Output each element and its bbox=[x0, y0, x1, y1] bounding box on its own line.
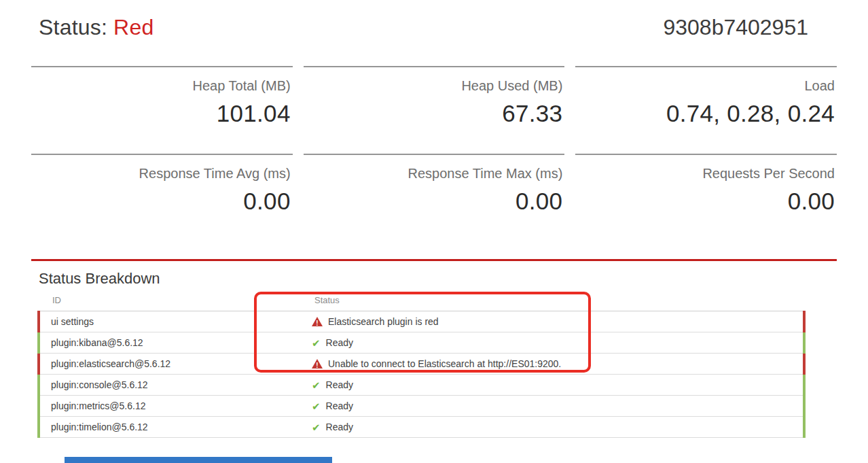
metric-card-requests-per-second: Requests Per Second 0.00 bbox=[575, 154, 837, 241]
metric-label: Heap Total (MB) bbox=[31, 78, 291, 94]
table-row: ui settings ✔Elasticsearch plugin is red bbox=[39, 311, 804, 332]
status-value: Red bbox=[113, 15, 153, 39]
check-icon: ✔ bbox=[312, 380, 321, 390]
row-id-cell: plugin:console@5.6.12 bbox=[39, 375, 301, 396]
metric-label: Load bbox=[575, 78, 835, 94]
table-row: plugin:timelion@5.6.12 ✔Ready bbox=[39, 417, 804, 438]
row-id-cell: plugin:metrics@5.6.12 bbox=[39, 396, 301, 417]
row-id-cell: plugin:timelion@5.6.12 bbox=[39, 417, 301, 438]
metric-value: 0.00 bbox=[31, 188, 291, 215]
bottom-blue-bar bbox=[65, 457, 332, 463]
row-status-text: Ready bbox=[326, 422, 353, 432]
metric-label: Requests Per Second bbox=[575, 166, 835, 182]
row-id-cell: plugin:elasticsearch@5.6.12 bbox=[39, 354, 301, 375]
row-status-cell: ✔Ready bbox=[312, 417, 803, 437]
column-header-status: Status bbox=[301, 292, 804, 311]
warning-icon bbox=[312, 317, 323, 326]
metric-value: 0.74, 0.28, 0.24 bbox=[575, 100, 835, 127]
metric-card-response-max: Response Time Max (ms) 0.00 bbox=[304, 154, 565, 241]
row-status-text: Elasticsearch plugin is red bbox=[328, 316, 439, 327]
status-label: Status: bbox=[39, 15, 107, 39]
warning-icon bbox=[312, 359, 323, 368]
table-row: plugin:kibana@5.6.12 ✔Ready bbox=[39, 332, 804, 354]
row-status-text: Ready bbox=[326, 379, 353, 390]
metric-card-load: Load 0.74, 0.28, 0.24 bbox=[575, 66, 837, 154]
metric-label: Heap Used (MB) bbox=[304, 78, 563, 94]
page-title: Status: Red bbox=[39, 15, 153, 40]
metric-card-heap-used: Heap Used (MB) 67.33 bbox=[304, 66, 565, 154]
row-id-cell: plugin:kibana@5.6.12 bbox=[39, 332, 301, 354]
instance-id: 9308b7402951 bbox=[663, 15, 808, 40]
table-row: plugin:console@5.6.12 ✔Ready bbox=[39, 375, 804, 396]
row-id-cell: ui settings bbox=[39, 311, 301, 332]
metric-value: 67.33 bbox=[304, 100, 563, 127]
row-status-cell: ✔Elasticsearch plugin is red bbox=[312, 311, 803, 332]
status-breakdown-table: ID Status ui settings ✔Elasticsearch plu… bbox=[37, 292, 806, 438]
table-row: plugin:elasticsearch@5.6.12 ✔Unable to c… bbox=[39, 354, 804, 375]
metric-value: 0.00 bbox=[575, 188, 835, 215]
page-header: Status: Red 9308b7402951 bbox=[39, 15, 808, 40]
column-header-id: ID bbox=[39, 292, 301, 311]
metric-label: Response Time Avg (ms) bbox=[31, 166, 291, 182]
row-status-cell: ✔Ready bbox=[312, 375, 803, 395]
table-header-row: ID Status bbox=[39, 292, 804, 311]
status-breakdown-title: Status Breakdown bbox=[39, 270, 868, 288]
row-status-cell: ✔Unable to connect to Elasticsearch at h… bbox=[312, 354, 803, 374]
check-icon: ✔ bbox=[312, 401, 321, 411]
row-status-cell: ✔Ready bbox=[312, 332, 803, 353]
row-status-text: Ready bbox=[326, 337, 353, 348]
metric-card-heap-total: Heap Total (MB) 101.04 bbox=[31, 66, 293, 154]
row-status-cell: ✔Ready bbox=[312, 396, 803, 416]
check-icon: ✔ bbox=[312, 338, 321, 348]
metric-card-response-avg: Response Time Avg (ms) 0.00 bbox=[31, 154, 293, 241]
metric-value: 0.00 bbox=[304, 188, 563, 215]
row-status-text: Ready bbox=[326, 400, 353, 411]
row-status-text: Unable to connect to Elasticsearch at ht… bbox=[328, 358, 561, 369]
metric-value: 101.04 bbox=[31, 100, 291, 127]
check-icon: ✔ bbox=[312, 422, 321, 432]
table-row: plugin:metrics@5.6.12 ✔Ready bbox=[39, 396, 804, 417]
metrics-grid: Heap Total (MB) 101.04 Heap Used (MB) 67… bbox=[31, 66, 837, 241]
metric-label: Response Time Max (ms) bbox=[304, 166, 563, 182]
status-color-divider bbox=[31, 259, 837, 261]
